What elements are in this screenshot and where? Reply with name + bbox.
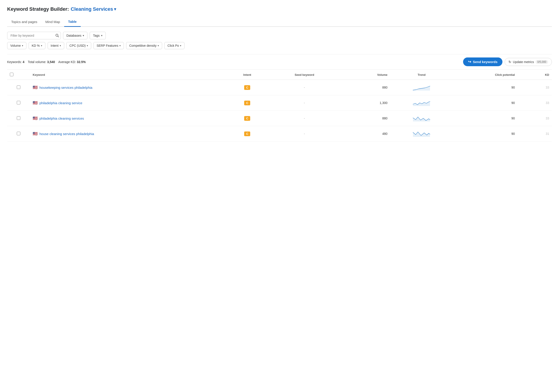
keywords-table: Keyword Intent Seed keyword Volume Trend… [7,70,552,141]
svg-marker-4 [413,117,430,121]
row-checkbox-cell[interactable] [7,126,30,141]
search-icon [56,34,59,37]
summary-actions: ↪ Send keywords ↻ Update metrics 0/5,000 [463,57,552,66]
keyword-link[interactable]: philadelphia cleaning services [39,116,84,120]
volume-cell: 880 [339,80,390,95]
keyword-link[interactable]: housekeeping services philadelphia [39,86,92,89]
intent-filter[interactable]: Intent ▾ [48,42,64,49]
intent-filter-label: Intent [51,44,59,47]
flag-icon: 🇺🇸 [33,131,37,136]
volume-value: 880 [382,116,387,120]
volume-value: 880 [382,86,387,89]
trend-cell [390,80,453,95]
intent-badge: C [244,85,250,90]
serp-filter[interactable]: SERP Features ▾ [93,42,124,49]
seed-value: - [304,86,305,89]
click-potential-value: 90 [511,86,515,89]
databases-dropdown[interactable]: Databases ▾ [63,32,87,39]
svg-line-1 [58,36,59,37]
intent-cell: C [224,126,270,141]
send-keywords-label: Send keywords [473,60,497,64]
keyword-link[interactable]: philadelphia cleaning service [39,101,82,105]
kd-value: 31 [546,132,549,136]
seed-value: - [304,132,305,136]
volume-value: 1,300 [380,101,388,105]
select-all-checkbox[interactable] [10,73,13,76]
kd-value: 33 [546,86,549,89]
flag-icon: 🇺🇸 [33,100,37,105]
competitive-chevron-icon: ▾ [158,44,159,47]
update-metrics-button[interactable]: ↻ Update metrics 0/5,000 [505,58,552,66]
cpc-filter[interactable]: CPC (USD) ▾ [66,42,91,49]
update-count-badge: 0/5,000 [536,60,548,64]
keyword-cell: 🇺🇸 housekeeping services philadelphia [30,80,224,95]
intent-badge: C [244,101,250,105]
clickpo-chevron-icon: ▾ [180,44,181,47]
brand-chevron-icon: ▾ [114,7,116,12]
seed-cell: - [270,95,339,111]
tab-mindmap[interactable]: Mind Map [41,18,64,27]
title-prefix: Keyword Strategy Builder: [7,6,69,12]
volume-filter[interactable]: Volume ▾ [7,42,26,49]
keywords-count: 4 [23,60,24,64]
select-all-header[interactable] [7,70,30,80]
flag-icon: 🇺🇸 [33,85,37,90]
cpc-chevron-icon: ▾ [87,44,88,47]
tab-table[interactable]: Table [64,18,81,27]
refresh-icon: ↻ [508,60,511,64]
volume-filter-label: Volume [10,44,21,47]
intent-cell: C [224,95,270,111]
intent-badge: C [244,131,250,136]
click-potential-cell: 90 [453,95,518,111]
serp-filter-label: SERP Features [97,44,118,47]
row-checkbox-cell[interactable] [7,80,30,95]
volume-cell: 880 [339,111,390,126]
volume-header: Volume [339,70,390,80]
row-checkbox-4[interactable] [17,132,20,135]
search-input[interactable] [7,32,61,39]
filter-row-2: Volume ▾ KD % ▾ Intent ▾ CPC (USD) ▾ SER… [7,42,552,49]
keyword-cell: 🇺🇸 philadelphia cleaning service [30,95,224,111]
row-checkbox-2[interactable] [17,101,20,104]
brand-name: Cleaning Services [71,6,113,12]
average-kd: 32.5% [77,60,86,64]
clickpo-filter-label: Click Po [168,44,179,47]
kd-cell: 33 [518,95,552,111]
competitive-filter[interactable]: Competitive density ▾ [126,42,162,49]
send-keywords-button[interactable]: ↪ Send keywords [463,57,503,66]
kd-cell: 33 [518,80,552,95]
kd-filter[interactable]: KD % ▾ [29,42,45,49]
click-potential-cell: 90 [453,126,518,141]
tags-dropdown[interactable]: Tags ▾ [90,32,106,39]
volume-cell: 1,300 [339,95,390,111]
click-potential-cell: 90 [453,80,518,95]
row-checkbox-cell[interactable] [7,111,30,126]
search-wrapper [7,32,61,39]
intent-cell: C [224,111,270,126]
brand-title-link[interactable]: Cleaning Services ▾ [71,6,116,12]
row-checkbox-cell[interactable] [7,95,30,111]
click-potential-value: 90 [511,116,515,120]
click-potential-value: 90 [511,101,515,105]
kd-value: 33 [546,116,549,120]
intent-badge: C [244,116,250,121]
competitive-filter-label: Competitive density [129,44,157,47]
intent-cell: C [224,80,270,95]
tab-topics[interactable]: Topics and pages [7,18,41,27]
tab-bar: Topics and pages Mind Map Table [7,18,552,27]
table-row: 🇺🇸 housekeeping services philadelphia C … [7,80,552,95]
search-button[interactable] [56,34,59,37]
seed-cell: - [270,80,339,95]
trend-cell [390,95,453,111]
kd-chevron-icon: ▾ [41,44,42,47]
row-checkbox-1[interactable] [17,85,20,89]
row-checkbox-3[interactable] [17,116,20,120]
keyword-link[interactable]: house cleaning services philadelphia [39,132,94,136]
click-potential-value: 90 [511,132,515,136]
intent-chevron-icon: ▾ [60,44,61,47]
kd-cell: 31 [518,126,552,141]
databases-chevron-icon: ▾ [83,34,84,37]
clickpo-filter[interactable]: Click Po ▾ [164,42,185,49]
seed-cell: - [270,126,339,141]
filter-row-1: Databases ▾ Tags ▾ [7,32,552,39]
